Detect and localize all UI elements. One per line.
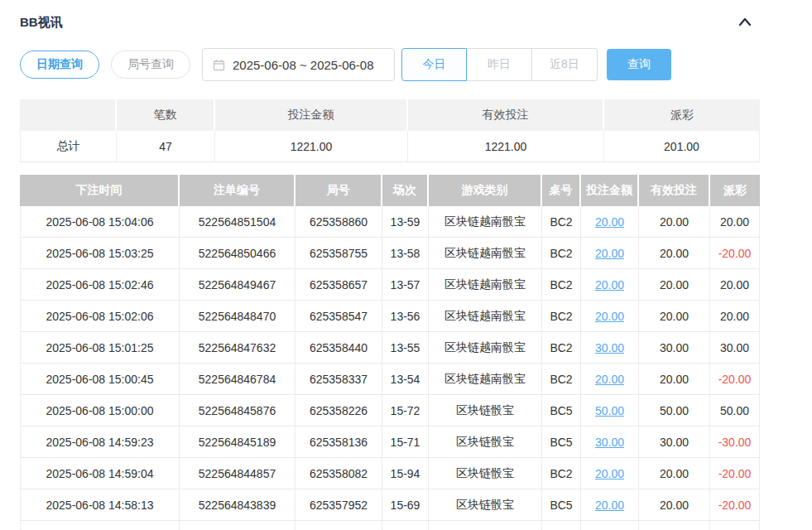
- table-cell: 区块链骰宝: [429, 489, 542, 521]
- table-cell: [382, 521, 429, 530]
- summary-table: 笔数投注金额有效投注派彩 总计471221.001221.00201.00: [20, 99, 760, 162]
- table-cell: [295, 521, 382, 530]
- table-cell: 2025-06-08 14:58:13: [20, 489, 180, 521]
- bet-amount-link[interactable]: 20.00: [595, 278, 624, 292]
- table-cell: 522564845189: [180, 426, 295, 458]
- table-cell: BC5: [542, 489, 581, 521]
- table-cell: BC2: [542, 238, 581, 269]
- collapse-panel-button[interactable]: [730, 13, 760, 31]
- table-row: 2025-06-08 15:00:45522564846784625358337…: [20, 364, 760, 395]
- page-title: BB视讯: [20, 15, 63, 31]
- table-cell: 30.00: [639, 332, 710, 364]
- table-cell: BC2: [542, 301, 581, 332]
- table-cell: 区块链越南骰宝: [429, 269, 542, 301]
- table-cell: 522564846784: [180, 364, 295, 395]
- table-cell: 区块链骰宝: [429, 395, 542, 426]
- bet-amount-link[interactable]: 30.00: [595, 436, 624, 449]
- table-cell: 522564843839: [180, 489, 295, 521]
- table-cell: [710, 521, 760, 530]
- table-cell: 522564847632: [180, 332, 295, 364]
- table-row: 2025-06-08 14:59:04522564844857625358082…: [20, 458, 760, 489]
- table-cell: 20.00: [581, 458, 639, 489]
- table-cell: 区块链越南骰宝: [429, 364, 542, 395]
- table-cell: 2025-06-08 14:59:23: [20, 426, 180, 458]
- table-cell: 50.00: [710, 395, 760, 426]
- query-toolbar: 日期查询 局号查询 2025-06-08 ~ 2025-06-08 今日昨日近8…: [20, 48, 760, 81]
- table-cell: 区块链骰宝: [429, 426, 542, 458]
- table-cell: 50.00: [639, 395, 710, 426]
- round-query-tab[interactable]: 局号查询: [111, 51, 190, 79]
- table-cell: 13-59: [382, 206, 429, 238]
- summary-total-row: 总计471221.001221.00201.00: [20, 131, 760, 162]
- table-cell: 625358136: [295, 426, 382, 458]
- table-header-cell: 下注时间: [20, 175, 180, 206]
- table-row: 2025-06-08 15:01:25522564847632625358440…: [20, 332, 760, 364]
- table-cell: 625358082: [295, 458, 382, 489]
- table-cell: 522564845876: [180, 395, 295, 426]
- quick-range-button[interactable]: 昨日: [467, 48, 532, 81]
- bet-amount-link[interactable]: 20.00: [595, 467, 624, 480]
- table-row: 2025-06-08 15:04:06522564851504625358860…: [20, 206, 760, 238]
- date-range-value: 2025-06-08 ~ 2025-06-08: [233, 58, 374, 72]
- table-cell: 13-55: [382, 332, 429, 364]
- table-cell: 2025-06-08 15:03:25: [20, 238, 180, 269]
- table-cell: 2025-06-08 15:00:00: [20, 395, 180, 426]
- bet-records-table: 下注时间注单编号局号场次游戏类别桌号投注金额有效投注派彩 2025-06-08 …: [20, 175, 760, 530]
- table-cell: 2025-06-08 15:04:06: [20, 206, 180, 238]
- table-cell: 15-71: [382, 426, 429, 458]
- table-cell: BC2: [542, 458, 581, 489]
- bet-amount-link[interactable]: 30.00: [595, 341, 624, 354]
- quick-range-button[interactable]: 近8日: [532, 48, 598, 81]
- table-cell: [180, 521, 295, 530]
- bet-amount-link[interactable]: 20.00: [595, 215, 624, 229]
- bet-amount-link[interactable]: 20.00: [595, 247, 624, 260]
- bet-amount-link[interactable]: 20.00: [595, 373, 624, 386]
- table-cell: [429, 521, 542, 530]
- table-cell: 区块链越南骰宝: [429, 238, 542, 269]
- table-cell: 20.00: [581, 489, 639, 521]
- table-cell: 20.00: [581, 301, 639, 332]
- date-range-input[interactable]: 2025-06-08 ~ 2025-06-08: [202, 48, 395, 81]
- table-cell: 522564850466: [180, 238, 295, 269]
- table-cell: 13-58: [382, 238, 429, 269]
- table-cell: 13-54: [382, 364, 429, 395]
- table-cell: 15-72: [382, 395, 429, 426]
- summary-total-cell: 201.00: [604, 131, 760, 162]
- table-cell: 2025-06-08 15:02:06: [20, 301, 180, 332]
- date-query-tab[interactable]: 日期查询: [20, 51, 99, 79]
- table-row: 2025-06-08 14:58:13522564843839625357952…: [20, 489, 760, 521]
- bet-amount-link[interactable]: 20.00: [595, 499, 624, 512]
- table-row: 2025-06-08 15:02:46522564849467625358657…: [20, 269, 760, 301]
- summary-header-cell: 笔数: [117, 99, 215, 131]
- summary-header-cell: 派彩: [604, 99, 760, 131]
- table-cell: 13-56: [382, 301, 429, 332]
- table-cell: 区块链骰宝: [429, 458, 542, 489]
- quick-range-button[interactable]: 今日: [401, 48, 467, 81]
- table-cell: BC2: [542, 364, 581, 395]
- table-cell: BC2: [542, 332, 581, 364]
- summary-header-cell: 有效投注: [408, 99, 604, 131]
- table-cell: 20.00: [710, 206, 760, 238]
- bb-video-panel: BB视讯 日期查询 局号查询 2025-06-08 ~ 2025-06-08 今…: [0, 0, 780, 530]
- calendar-icon: [213, 59, 225, 71]
- table-header-row: 下注时间注单编号局号场次游戏类别桌号投注金额有效投注派彩: [20, 175, 760, 206]
- table-cell: 2025-06-08 15:02:46: [20, 269, 180, 301]
- table-row: 2025-06-08 15:02:06522564848470625358547…: [20, 301, 760, 332]
- bet-amount-link[interactable]: 20.00: [595, 310, 624, 323]
- table-cell: 625358547: [295, 301, 382, 332]
- table-header-cell: 游戏类别: [429, 175, 542, 206]
- table-cell: 30.00: [581, 426, 639, 458]
- table-cell: BC5: [542, 426, 581, 458]
- table-cell: -20.00: [710, 238, 760, 269]
- table-cell: 20.00: [581, 206, 639, 238]
- table-cell: 30.00: [710, 332, 760, 364]
- table-cell: 20.00: [639, 238, 710, 269]
- table-cell: 20.00: [710, 269, 760, 301]
- table-cell: 625358860: [295, 206, 382, 238]
- table-cell: BC2: [542, 269, 581, 301]
- bet-amount-link[interactable]: 50.00: [595, 404, 624, 417]
- search-button[interactable]: 查询: [607, 49, 671, 80]
- table-cell: [581, 521, 639, 530]
- table-row: 2025-06-08 14:59:23522564845189625358136…: [20, 426, 760, 458]
- table-cell: 2025-06-08 15:01:25: [20, 332, 180, 364]
